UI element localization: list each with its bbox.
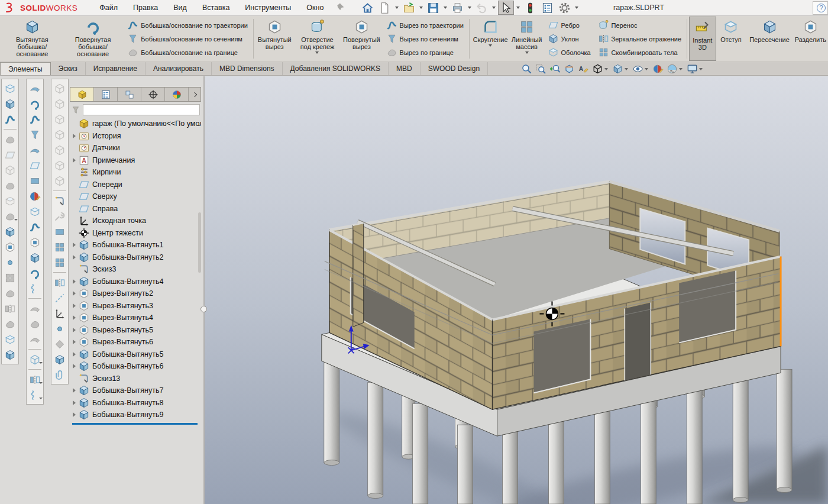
features-fly-toolbar-item-18[interactable]: [2, 348, 18, 361]
views-reference-fly-toolbar-item-6[interactable]: [51, 174, 68, 188]
revolved-cut-button[interactable]: Повернутый вырез: [341, 17, 382, 61]
views-reference-fly-toolbar-item-19[interactable]: [51, 353, 68, 366]
surfaces-fly-toolbar-item-11[interactable]: [27, 251, 43, 264]
features-fly-toolbar-item-12[interactable]: [2, 256, 18, 269]
panel-tabs-overflow-button[interactable]: [189, 93, 200, 96]
surfaces-fly-toolbar-item-8[interactable]: [27, 205, 43, 218]
edit-appearance-button[interactable]: [652, 63, 664, 76]
views-reference-fly-toolbar-item-9[interactable]: [51, 209, 68, 223]
features-fly-toolbar-item-1[interactable]: [2, 97, 18, 111]
shell-button[interactable]: Оболочка: [545, 46, 593, 59]
configurationmanager-tab[interactable]: [118, 88, 141, 101]
surfaces-fly-toolbar-item-0[interactable]: [27, 82, 43, 95]
surfaces-fly-toolbar-item-19-caret-icon[interactable]: [39, 362, 43, 364]
tree-item[interactable]: Бобышка-Вытянуть5: [70, 348, 201, 361]
surfaces-fly-toolbar-item-6[interactable]: [27, 174, 43, 188]
tree-item[interactable]: Бобышка-Вытянуть7: [70, 385, 201, 397]
tab-swood-design[interactable]: SWOOD Design: [421, 62, 488, 75]
save-button[interactable]: [425, 1, 441, 15]
tree-item[interactable]: Бобышка-Вытянуть9: [70, 409, 201, 421]
surfaces-fly-toolbar-item-13[interactable]: [27, 282, 43, 295]
display-style-button[interactable]: [612, 63, 630, 76]
split-button[interactable]: Разделить: [793, 17, 828, 61]
surfaces-fly-toolbar-item-9[interactable]: [27, 220, 43, 234]
tree-filter-input[interactable]: [83, 104, 200, 115]
tree-item[interactable]: Кирпичи: [70, 166, 201, 179]
view-orientation-caret-icon[interactable]: [604, 68, 608, 70]
new-document-caret-icon[interactable]: [395, 7, 399, 9]
surfaces-fly-toolbar-item-15[interactable]: [27, 302, 43, 315]
zoom-to-fit-button[interactable]: [520, 63, 533, 76]
section-view-button[interactable]: [563, 63, 575, 76]
surfaces-fly-toolbar-item-21[interactable]: [27, 373, 43, 386]
views-reference-fly-toolbar-item-12[interactable]: [51, 256, 68, 269]
expand-arrow-icon[interactable]: [71, 412, 77, 417]
rollback-bar[interactable]: [72, 423, 198, 425]
help-icon[interactable]: ?: [817, 4, 826, 12]
views-reference-fly-toolbar-item-8[interactable]: [51, 194, 68, 208]
features-fly-toolbar-item-2[interactable]: [2, 112, 18, 126]
hole-wizard-button[interactable]: Отверстие под крепеж: [294, 17, 341, 61]
expand-arrow-icon[interactable]: [71, 400, 77, 405]
tree-item[interactable]: Вырез-Вытянуть4: [70, 312, 201, 324]
tree-item[interactable]: История: [70, 130, 201, 143]
menu-item-0[interactable]: Файл: [93, 1, 124, 14]
menu-item-5[interactable]: Окно: [300, 1, 330, 14]
zoom-to-area-button[interactable]: [535, 63, 547, 76]
surfaces-fly-toolbar-item-21-caret-icon[interactable]: [39, 382, 43, 384]
print-caret-icon[interactable]: [468, 7, 471, 9]
surfaces-fly-toolbar-item-4[interactable]: [27, 143, 43, 157]
views-reference-fly-toolbar-item-5[interactable]: [51, 159, 68, 172]
features-fly-toolbar-item-15[interactable]: [2, 302, 18, 315]
tab-добавления-solidworks[interactable]: Добавления SOLIDWORKS: [283, 62, 389, 75]
expand-arrow-icon[interactable]: [71, 340, 77, 344]
surfaces-fly-toolbar-item-3[interactable]: [27, 128, 43, 141]
revolved-boss-button[interactable]: Повернутая бобышка/основание: [62, 17, 124, 61]
views-reference-fly-toolbar-item-11[interactable]: [51, 240, 68, 254]
views-reference-fly-toolbar-item-0[interactable]: [51, 82, 68, 95]
help-search-box[interactable]: ? П: [813, 1, 828, 15]
select-cursor-caret-icon[interactable]: [516, 7, 520, 9]
menu-item-1[interactable]: Правка: [127, 1, 164, 14]
boundary-cut-button[interactable]: Вырез по границе: [384, 46, 466, 59]
extruded-boss-button[interactable]: Вытянутая бобышка/основание: [2, 17, 62, 61]
expand-arrow-icon[interactable]: [71, 279, 77, 284]
instant-3d-toggle[interactable]: Instant 3D: [689, 17, 716, 61]
options-list-button[interactable]: [539, 1, 555, 15]
tab-эскиз[interactable]: Эскиз: [51, 62, 86, 75]
open-button[interactable]: [401, 1, 417, 15]
tab-элементы[interactable]: Элементы: [0, 62, 51, 75]
expand-arrow-icon[interactable]: [71, 243, 77, 247]
features-fly-toolbar-item-4[interactable]: [2, 133, 18, 146]
tree-item[interactable]: Эскиз3: [70, 263, 201, 276]
expand-arrow-icon[interactable]: [71, 158, 77, 163]
fillet-caret-icon[interactable]: [489, 44, 492, 47]
apply-scene-caret-icon[interactable]: [679, 68, 683, 70]
linear-pattern-caret-icon[interactable]: [525, 51, 529, 54]
views-reference-fly-toolbar-item-17[interactable]: [51, 322, 68, 335]
tree-item[interactable]: Спереди: [70, 179, 201, 191]
displaymanager-tab[interactable]: [165, 88, 189, 101]
previous-view-button[interactable]: [549, 63, 561, 76]
home-button[interactable]: [360, 1, 376, 15]
tree-item[interactable]: Вырез-Вытянуть2: [70, 287, 201, 300]
view-settings-caret-icon[interactable]: [699, 68, 703, 70]
views-reference-fly-toolbar-item-14[interactable]: [51, 276, 68, 289]
tree-scrollbar[interactable]: [198, 212, 201, 273]
features-fly-toolbar-item-0[interactable]: [2, 82, 18, 95]
menu-item-2[interactable]: Вид: [167, 1, 193, 14]
surfaces-fly-toolbar-item-22-caret-icon[interactable]: [39, 398, 43, 399]
tab-mbd[interactable]: MBD: [389, 62, 421, 75]
rib-button[interactable]: Ребро: [545, 19, 593, 31]
graphics-viewport[interactable]: [205, 76, 828, 504]
annotations-button[interactable]: [577, 63, 590, 76]
views-reference-fly-toolbar-item-1[interactable]: [51, 97, 68, 111]
surfaces-fly-toolbar-item-22[interactable]: [27, 388, 43, 402]
tree-item[interactable]: Вырез-Вытянуть5: [70, 324, 201, 337]
tree-item[interactable]: Бобышка-Вытянуть1: [70, 239, 201, 251]
tab-mbd-dimensions[interactable]: MBD Dimensions: [212, 62, 283, 75]
features-fly-toolbar-item-8[interactable]: [2, 194, 18, 208]
surfaces-fly-toolbar-item-17[interactable]: [27, 332, 43, 346]
tree-item[interactable]: Бобышка-Вытянуть2: [70, 251, 201, 264]
features-fly-toolbar-item-17[interactable]: [2, 332, 18, 346]
